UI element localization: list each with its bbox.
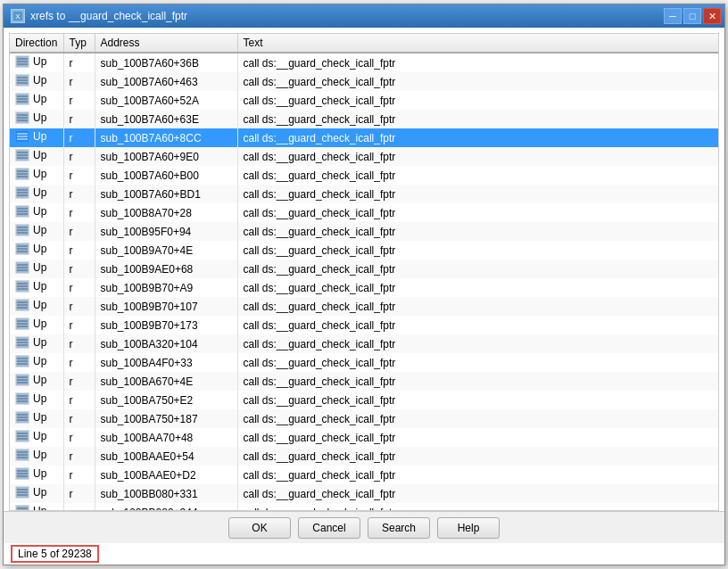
- cell-text: call ds:__guard_check_icall_fptr: [237, 391, 718, 409]
- table-row[interactable]: Uprsub_100BAA70+48call ds:__guard_check_…: [10, 428, 718, 447]
- cell-address: sub_100BA670+4E: [95, 372, 237, 391]
- cell-type: r: [63, 466, 95, 484]
- cell-text: call ds:__guard_check_icall_fptr: [237, 372, 718, 391]
- table-row[interactable]: Uprsub_100BAAE0+D2call ds:__guard_check_…: [10, 466, 718, 484]
- cell-direction: Up: [10, 372, 63, 391]
- xref-icon: [15, 224, 29, 236]
- xref-icon: [15, 168, 29, 180]
- close-button[interactable]: ✕: [703, 8, 721, 24]
- xref-table: Direction Typ Address Text Uprsub_100B7A…: [10, 34, 718, 510]
- xref-table-container: Direction Typ Address Text Uprsub_100B7A…: [9, 33, 719, 511]
- table-row[interactable]: Uprsub_100BA670+4Ecall ds:__guard_check_…: [10, 372, 718, 391]
- table-row[interactable]: Uprsub_100BA750+E2call ds:__guard_check_…: [10, 391, 718, 409]
- cell-direction: Up: [10, 278, 63, 297]
- table-row[interactable]: Uprsub_100B9B70+173call ds:__guard_check…: [10, 316, 718, 334]
- cell-type: r: [63, 128, 95, 147]
- table-row[interactable]: Uprsub_100B95F0+94call ds:__guard_check_…: [10, 222, 718, 241]
- cell-text: call ds:__guard_check_icall_fptr: [237, 166, 718, 185]
- table-row[interactable]: Uprsub_100B7A60+63Ecall ds:__guard_check…: [10, 110, 718, 128]
- xref-icon: [15, 149, 29, 161]
- table-row[interactable]: Uprsub_100B9B70+107call ds:__guard_check…: [10, 297, 718, 316]
- cell-text: call ds:__guard_check_icall_fptr: [237, 447, 718, 466]
- table-row[interactable]: Uprsub_100B9B70+A9call ds:__guard_check_…: [10, 278, 718, 297]
- cell-text: call ds:__guard_check_icall_fptr: [237, 428, 718, 447]
- cell-address: sub_100B7A60+36B: [95, 53, 237, 72]
- cell-address: sub_100B7A60+463: [95, 72, 237, 91]
- cell-text: call ds:__guard_check_icall_fptr: [237, 334, 718, 353]
- cell-direction: Up: [10, 241, 63, 260]
- maximize-button[interactable]: □: [683, 8, 701, 24]
- col-header-text: Text: [237, 34, 718, 53]
- table-row[interactable]: Uprsub_100B9AE0+68call ds:__guard_check_…: [10, 260, 718, 278]
- cell-address: sub_100B7A60+9E0: [95, 147, 237, 166]
- cell-type: r: [63, 72, 95, 91]
- table-row[interactable]: Uprsub_100B7A60+52Acall ds:__guard_check…: [10, 91, 718, 110]
- cell-type: r: [63, 241, 95, 260]
- col-header-direction: Direction: [10, 34, 63, 53]
- cell-address: sub_100BA750+187: [95, 409, 237, 428]
- table-row[interactable]: Uprsub_100BB080+344call ds:__guard_check…: [10, 503, 718, 510]
- xref-icon: [15, 411, 29, 424]
- cell-direction: Up: [10, 466, 63, 484]
- table-row[interactable]: Uprsub_100B8A70+28call ds:__guard_check_…: [10, 203, 718, 222]
- xref-icon: [15, 130, 29, 143]
- cell-address: sub_100BA750+E2: [95, 391, 237, 409]
- col-header-address: Address: [95, 34, 237, 53]
- svg-text:X: X: [15, 12, 21, 21]
- cell-address: sub_100BB080+344: [95, 503, 237, 510]
- cell-address: sub_100B7A60+52A: [95, 91, 237, 110]
- table-row[interactable]: Uprsub_100B7A60+36Bcall ds:__guard_check…: [10, 53, 718, 72]
- table-row[interactable]: Uprsub_100B7A60+9E0call ds:__guard_check…: [10, 147, 718, 166]
- table-row[interactable]: Uprsub_100B7A60+463call ds:__guard_check…: [10, 72, 718, 91]
- xref-icon: [15, 55, 29, 68]
- table-row[interactable]: Uprsub_100B9A70+4Ecall ds:__guard_check_…: [10, 241, 718, 260]
- cell-type: r: [63, 203, 95, 222]
- main-content: Direction Typ Address Text Uprsub_100B7A…: [4, 28, 724, 565]
- table-row[interactable]: Uprsub_100BA320+104call ds:__guard_check…: [10, 334, 718, 353]
- cell-text: call ds:__guard_check_icall_fptr: [237, 128, 718, 147]
- minimize-button[interactable]: ─: [664, 8, 682, 24]
- cell-text: call ds:__guard_check_icall_fptr: [237, 72, 718, 91]
- cell-direction: Up: [10, 91, 63, 110]
- line-info: Line 5 of 29238: [11, 545, 99, 563]
- cell-text: call ds:__guard_check_icall_fptr: [237, 316, 718, 334]
- cell-address: sub_100B9B70+107: [95, 297, 237, 316]
- cell-type: r: [63, 372, 95, 391]
- xref-icon: [15, 430, 29, 442]
- ok-button[interactable]: OK: [228, 517, 291, 539]
- xref-icon: [15, 111, 29, 124]
- cell-address: sub_100B95F0+94: [95, 222, 237, 241]
- table-row[interactable]: Uprsub_100B7A60+BD1call ds:__guard_check…: [10, 185, 718, 203]
- cell-text: call ds:__guard_check_icall_fptr: [237, 260, 718, 278]
- cell-direction: Up: [10, 297, 63, 316]
- help-button[interactable]: Help: [437, 517, 500, 539]
- cell-type: r: [63, 222, 95, 241]
- xref-icon: [15, 261, 29, 274]
- cell-direction: Up: [10, 53, 63, 72]
- cancel-button[interactable]: Cancel: [298, 517, 360, 539]
- table-scroll[interactable]: Direction Typ Address Text Uprsub_100B7A…: [10, 34, 718, 510]
- cell-direction: Up: [10, 128, 63, 147]
- xref-icon: [15, 317, 29, 330]
- cell-text: call ds:__guard_check_icall_fptr: [237, 91, 718, 110]
- cell-direction: Up: [10, 428, 63, 447]
- cell-type: r: [63, 260, 95, 278]
- cell-text: call ds:__guard_check_icall_fptr: [237, 484, 718, 503]
- cell-type: r: [63, 409, 95, 428]
- cell-address: sub_100B9A70+4E: [95, 241, 237, 260]
- search-button[interactable]: Search: [368, 517, 430, 539]
- table-row[interactable]: Uprsub_100B7A60+B00call ds:__guard_check…: [10, 166, 718, 185]
- cell-type: r: [63, 53, 95, 72]
- cell-address: sub_100B7A60+BD1: [95, 185, 237, 203]
- cell-text: call ds:__guard_check_icall_fptr: [237, 466, 718, 484]
- xref-icon: [15, 243, 29, 255]
- table-row[interactable]: Uprsub_100BA750+187call ds:__guard_check…: [10, 409, 718, 428]
- xref-icon: [15, 355, 29, 367]
- table-row[interactable]: Uprsub_100BAAE0+54call ds:__guard_check_…: [10, 447, 718, 466]
- table-row[interactable]: Uprsub_100B7A60+8CCcall ds:__guard_check…: [10, 128, 718, 147]
- xref-icon: [15, 486, 29, 499]
- cell-direction: Up: [10, 147, 63, 166]
- table-row[interactable]: Uprsub_100BB080+331call ds:__guard_check…: [10, 484, 718, 503]
- table-row[interactable]: Uprsub_100BA4F0+33call ds:__guard_check_…: [10, 353, 718, 372]
- cell-address: sub_100B8A70+28: [95, 203, 237, 222]
